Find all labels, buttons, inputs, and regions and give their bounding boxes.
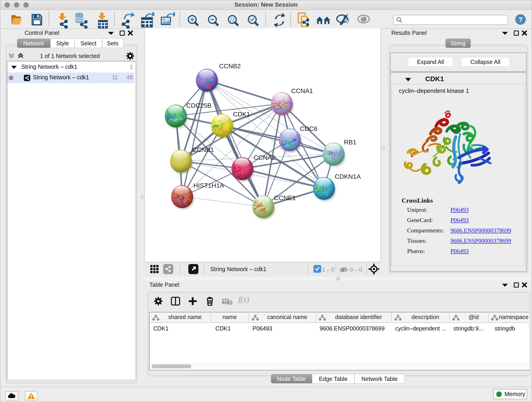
svg-text:CDKN1A: CDKN1A [335, 173, 361, 180]
svg-text:CCNB1: CCNB1 [192, 146, 214, 153]
svg-text:RB1: RB1 [344, 139, 356, 146]
svg-text:CCNB2: CCNB2 [219, 63, 241, 70]
svg-text:CDC6: CDC6 [300, 125, 317, 132]
svg-text:HIST1H1A: HIST1H1A [193, 182, 224, 189]
svg-text:CDK1: CDK1 [233, 111, 250, 118]
svg-text:CCNA1: CCNA1 [291, 87, 313, 95]
svg-text:CCNE1: CCNE1 [274, 194, 296, 201]
svg-text:CDC25B: CDC25B [186, 102, 211, 109]
svg-text:CCNA2: CCNA2 [254, 154, 275, 161]
